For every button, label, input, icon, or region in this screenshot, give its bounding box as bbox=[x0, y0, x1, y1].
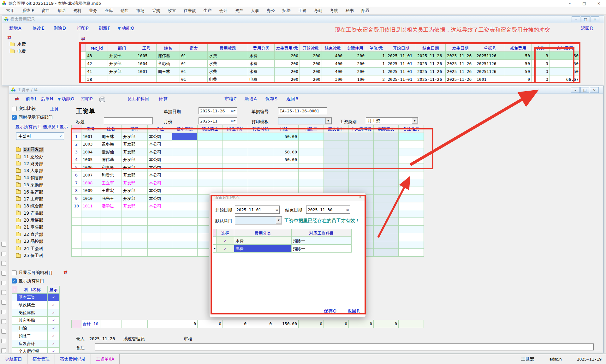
note-input[interactable] bbox=[95, 343, 594, 350]
cell[interactable] bbox=[71, 233, 81, 241]
cell[interactable]: 3 bbox=[532, 75, 550, 83]
cell[interactable] bbox=[324, 133, 349, 141]
cell[interactable] bbox=[81, 210, 100, 218]
table-row[interactable]: 合计 100000150.000000 bbox=[71, 320, 424, 328]
cell[interactable]: 开发部 bbox=[122, 148, 148, 156]
cell[interactable]: 2025-11-26 bbox=[416, 68, 446, 75]
menu-item[interactable]: 窗口 bbox=[38, 7, 54, 15]
cell[interactable] bbox=[71, 241, 81, 249]
menu-item[interactable]: 配置 bbox=[358, 7, 373, 15]
tree-item[interactable]: 12 财务部 bbox=[12, 160, 70, 167]
cell[interactable] bbox=[71, 320, 81, 328]
cell[interactable] bbox=[399, 210, 424, 218]
end-date-input[interactable]: 2025-11-30 ⊞ bbox=[306, 206, 350, 214]
minimize-icon[interactable]: – bbox=[572, 16, 580, 22]
cell[interactable]: 50.00 bbox=[273, 133, 299, 141]
cell[interactable] bbox=[122, 320, 148, 328]
cell[interactable]: 1006 bbox=[81, 164, 100, 172]
cell[interactable]: 01 bbox=[180, 60, 208, 68]
table-row[interactable]: 应发合计✓ bbox=[12, 340, 60, 348]
cell[interactable]: 1001 bbox=[136, 68, 157, 75]
menu-item[interactable]: 收支 bbox=[164, 7, 180, 15]
cell[interactable]: 王世宏 bbox=[100, 187, 122, 195]
cell[interactable]: 0 bbox=[349, 320, 374, 328]
column-header[interactable]: 发生费用/元 bbox=[275, 44, 300, 52]
cell[interactable] bbox=[324, 171, 349, 179]
cell[interactable] bbox=[349, 140, 374, 148]
cell[interactable] bbox=[399, 202, 424, 210]
cell[interactable]: 4 bbox=[71, 156, 81, 164]
dock-checkbox[interactable] bbox=[1, 310, 6, 314]
column-header[interactable]: 人均费用 bbox=[550, 44, 580, 52]
cell[interactable]: 50.00 bbox=[273, 156, 299, 164]
column-header[interactable]: 费用分类 bbox=[248, 44, 275, 52]
cell[interactable]: 张光玉 bbox=[100, 195, 122, 203]
cell[interactable] bbox=[198, 179, 223, 187]
cell[interactable] bbox=[374, 226, 399, 234]
cell[interactable]: 0 bbox=[223, 320, 248, 328]
column-header[interactable]: 结束读数 bbox=[322, 44, 344, 52]
calculate-button[interactable]: 计算 bbox=[159, 96, 168, 102]
cell[interactable]: 200 bbox=[344, 68, 366, 75]
table-row[interactable]: 11001周玉林开发部本公司50.00 bbox=[71, 133, 424, 141]
cell[interactable]: 38 bbox=[86, 75, 108, 83]
cell[interactable]: 400 bbox=[322, 52, 344, 60]
cell[interactable]: 周玉林 bbox=[157, 68, 180, 75]
menu-item[interactable]: 常用 bbox=[3, 7, 18, 15]
cell[interactable]: 陈伟基 bbox=[157, 52, 180, 60]
column-header[interactable]: 发生日期 bbox=[446, 44, 475, 52]
column-header[interactable]: 工号 bbox=[81, 125, 100, 133]
cell[interactable] bbox=[172, 171, 198, 179]
cell[interactable]: 3 bbox=[532, 52, 550, 60]
tree-item[interactable]: 14 销售部 bbox=[12, 175, 70, 182]
cell[interactable]: 1001 bbox=[81, 133, 100, 141]
cell[interactable] bbox=[324, 164, 349, 172]
cell[interactable] bbox=[273, 140, 299, 148]
cell[interactable]: 50.00 bbox=[273, 148, 299, 156]
close-icon[interactable]: × bbox=[591, 0, 606, 7]
cell[interactable] bbox=[148, 241, 172, 249]
table-row[interactable]: 基本工资✓ bbox=[12, 294, 60, 301]
table-row[interactable]: 3801电费电费20020030010022025-11-012025-11-2… bbox=[81, 75, 580, 83]
tree-item[interactable]: 25 保卫科 bbox=[12, 252, 70, 259]
cell[interactable] bbox=[172, 156, 198, 164]
cell[interactable]: 和贵忠 bbox=[100, 171, 122, 179]
cell[interactable] bbox=[148, 320, 172, 328]
cell[interactable]: 8 bbox=[71, 187, 81, 195]
menu-item[interactable]: 会计 bbox=[216, 7, 231, 15]
cell[interactable] bbox=[374, 148, 399, 156]
cell[interactable]: 开发部 bbox=[122, 156, 148, 164]
delete-button[interactable]: 删除D bbox=[53, 26, 66, 31]
add-button[interactable]: 新增A bbox=[245, 96, 257, 102]
tree-item[interactable]: 电费 bbox=[5, 48, 75, 55]
cell[interactable]: 2025-11-01 bbox=[386, 68, 416, 75]
cell[interactable] bbox=[108, 75, 136, 83]
dock-checkbox[interactable] bbox=[1, 319, 6, 324]
cell[interactable] bbox=[299, 171, 324, 179]
cell[interactable]: 和贵峰 bbox=[100, 164, 122, 172]
cell[interactable]: 开发部 bbox=[122, 140, 148, 148]
cell[interactable]: 200 bbox=[275, 68, 300, 75]
table-row[interactable]: 其它补贴✓ bbox=[12, 317, 60, 325]
cell[interactable]: 3 bbox=[71, 148, 81, 156]
swap-subjects-icon[interactable]: ⇄ bbox=[63, 269, 68, 275]
dock-checkbox[interactable] bbox=[1, 271, 6, 276]
cell[interactable]: 1 bbox=[366, 52, 386, 60]
cell[interactable] bbox=[374, 187, 399, 195]
cell[interactable]: 本公司 bbox=[148, 202, 172, 210]
cell[interactable] bbox=[223, 164, 248, 172]
cell[interactable]: 2025-11-26 bbox=[416, 52, 446, 60]
cell[interactable]: ✓ bbox=[217, 245, 234, 253]
taskbar-tab-payroll[interactable]: 工资单/IA bbox=[91, 354, 120, 364]
select-employees-link[interactable]: 选择员工显示 bbox=[43, 124, 68, 130]
cell[interactable] bbox=[172, 187, 198, 195]
cell[interactable]: 2025-11-01 bbox=[386, 52, 416, 60]
show-all-subjects-checkbox[interactable] bbox=[12, 278, 17, 283]
cell[interactable] bbox=[198, 164, 223, 172]
cell[interactable] bbox=[172, 202, 198, 210]
cell[interactable] bbox=[299, 164, 324, 172]
cell[interactable]: ✓ bbox=[48, 309, 60, 317]
cell[interactable] bbox=[198, 133, 223, 141]
add-button[interactable]: 新增A bbox=[9, 26, 21, 31]
cell[interactable] bbox=[248, 171, 273, 179]
